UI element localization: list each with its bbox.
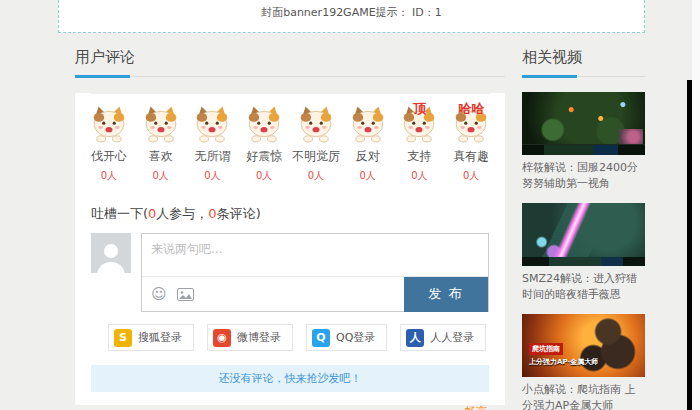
emotion-vote-item[interactable]: 无所谓 0人 <box>187 104 239 183</box>
video-item[interactable]: 梓筱解说：国服2400分努努辅助第一视角 <box>522 92 645 192</box>
comment-form-title: 吐槽一下(0人参与，0条评论) <box>91 205 489 223</box>
changyan-provider-link[interactable]: 畅言 <box>93 404 487 410</box>
emotion-label: 支持 <box>394 148 446 165</box>
main-content: 用户评论 <box>75 47 700 410</box>
video-thumbnail[interactable] <box>522 92 645 155</box>
emotion-label: 喜欢 <box>135 148 187 165</box>
emotion-vote-item[interactable]: 顶 支持 <box>394 104 446 183</box>
video-caption: 小点解说：爬坑指南 上分强力AP金属大师 <box>522 382 645 410</box>
emotion-count: 0人 <box>135 169 187 183</box>
related-videos-header: 相关视频 <box>522 47 645 77</box>
emoji-picker-icon[interactable]: ☺ <box>151 287 167 302</box>
emotion-count: 0人 <box>445 169 497 183</box>
emotion-vote-item[interactable]: 喜欢 0人 <box>135 104 187 183</box>
image-upload-icon[interactable] <box>177 288 194 301</box>
social-login-button[interactable]: ◉ 微博登录 <box>207 324 293 351</box>
cat-emoticon-icon <box>140 104 182 144</box>
video-list: 梓筱解说：国服2400分努努辅助第一视角 SMZ24解说：进入狩猎时间的暗夜猎手… <box>522 92 645 410</box>
social-brand-icon: ◉ <box>213 329 231 347</box>
thumbnail-overlay-badge: 爬坑指南 <box>529 343 563 355</box>
comment-input[interactable] <box>142 234 488 276</box>
related-title-accent <box>522 75 577 78</box>
cat-emoticon-icon <box>295 104 337 144</box>
video-caption: SMZ24解说：进入狩猎时间的暗夜猎手薇恩 <box>522 271 645 303</box>
cat-emoticon-icon <box>191 104 233 144</box>
cat-emoticon-icon <box>88 104 130 144</box>
emotion-vote-item[interactable]: 反对 0人 <box>342 104 394 183</box>
banner-placeholder: 封面banner192GAME提示： ID：1 <box>58 0 645 33</box>
comments-column: 用户评论 <box>75 47 505 410</box>
emotion-count: 0人 <box>187 169 239 183</box>
form-title-text: 人参与， <box>156 206 208 221</box>
comments-header: 用户评论 <box>75 47 505 77</box>
related-videos-column: 相关视频 梓筱解说：国服2400分努努辅助第一视角 <box>522 47 645 410</box>
comments-title-accent <box>75 75 130 78</box>
comment-editor: ☺ 发 布 <box>141 233 489 312</box>
thumbnail-overlay-text: 上分强力AP·金属大师 <box>529 357 598 367</box>
emotion-overlay-text: 哈哈 <box>458 100 484 118</box>
video-item[interactable]: 爬坑指南 上分强力AP·金属大师 小点解说：爬坑指南 上分强力AP金属大师 <box>522 314 645 410</box>
emotion-count: 0人 <box>238 169 290 183</box>
social-brand-icon: S <box>114 329 132 347</box>
person-icon <box>94 239 128 273</box>
social-login-button[interactable]: Q QQ登录 <box>306 324 387 351</box>
scrollbar-thumb[interactable] <box>687 80 692 410</box>
social-login-label: 搜狐登录 <box>138 330 182 345</box>
editor-toolbar: ☺ 发 布 <box>142 276 488 311</box>
cat-emoticon-icon <box>243 104 285 144</box>
thumbnail-overlay: 爬坑指南 上分强力AP·金属大师 <box>529 336 598 367</box>
social-login-label: QQ登录 <box>336 330 375 345</box>
comments-count: 0 <box>208 206 216 221</box>
emotion-count: 0人 <box>83 169 135 183</box>
social-login-button[interactable]: S 搜狐登录 <box>108 324 194 351</box>
social-login-label: 微博登录 <box>237 330 281 345</box>
social-login-button[interactable]: 人 人人登录 <box>400 324 486 351</box>
form-title-text: 吐槽一下( <box>91 206 148 221</box>
comments-title: 用户评论 <box>75 48 135 66</box>
emotion-vote-item[interactable]: 伐开心 0人 <box>83 104 135 183</box>
video-item[interactable]: SMZ24解说：进入狩猎时间的暗夜猎手薇恩 <box>522 203 645 303</box>
video-thumbnail[interactable] <box>522 203 645 266</box>
emotion-label: 伐开心 <box>83 148 135 165</box>
emotion-label: 无所谓 <box>187 148 239 165</box>
cat-emoticon-icon <box>347 104 389 144</box>
comment-editor-row: ☺ 发 布 <box>91 233 489 312</box>
emotion-vote-item[interactable]: 哈哈 真有趣 <box>445 104 497 183</box>
emotion-label: 好震惊 <box>238 148 290 165</box>
emotion-count: 0人 <box>394 169 446 183</box>
emotion-label: 不明觉厉 <box>290 148 342 165</box>
no-comments-notice: 还没有评论，快来抢沙发吧！ <box>91 365 489 392</box>
social-login-row: S 搜狐登录 ◉ 微博登录 Q QQ登录 人 人人登录 <box>108 324 489 351</box>
scrollbar-track[interactable] <box>692 0 700 410</box>
video-thumbnail[interactable]: 爬坑指南 上分强力AP·金属大师 <box>522 314 645 377</box>
emotion-count: 0人 <box>342 169 394 183</box>
comments-panel: 伐开心 0人 <box>75 93 505 405</box>
emotion-vote-item[interactable]: 好震惊 0人 <box>238 104 290 183</box>
emotion-overlay-text: 顶 <box>413 100 426 118</box>
emotion-label: 真有趣 <box>445 148 497 165</box>
social-brand-icon: Q <box>312 329 330 347</box>
form-title-text: 条评论) <box>217 206 261 221</box>
avatar <box>91 233 131 273</box>
social-brand-icon: 人 <box>406 329 424 347</box>
emotion-vote-item[interactable]: 不明觉厉 0人 <box>290 104 342 183</box>
related-videos-title: 相关视频 <box>522 48 582 66</box>
emotion-count: 0人 <box>290 169 342 183</box>
banner-text: 封面banner192GAME提示： ID：1 <box>261 5 442 20</box>
social-login-label: 人人登录 <box>430 330 474 345</box>
video-caption: 梓筱解说：国服2400分努努辅助第一视角 <box>522 160 645 192</box>
emotion-vote-row: 伐开心 0人 <box>75 94 505 183</box>
emotion-label: 反对 <box>342 148 394 165</box>
publish-button[interactable]: 发 布 <box>404 277 488 312</box>
